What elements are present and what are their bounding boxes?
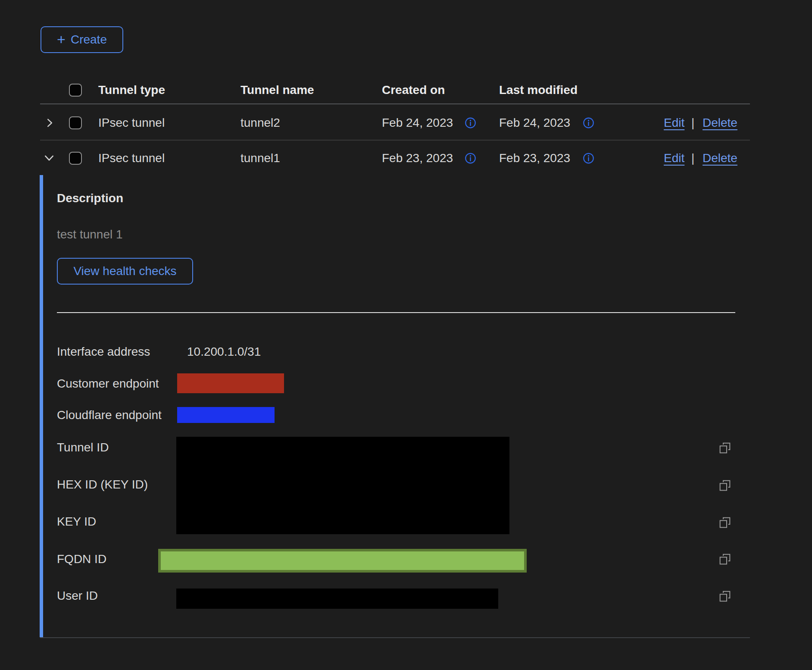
copy-icon[interactable]	[718, 516, 732, 529]
column-header-tunnel-type: Tunnel type	[98, 83, 165, 97]
row-checkbox-tunnel2[interactable]	[69, 116, 82, 129]
copy-icon[interactable]	[718, 479, 732, 492]
ipsec-tunnels-page: + Create Tunnel type Tunnel name Created…	[0, 0, 812, 670]
chevron-right-icon[interactable]	[44, 117, 56, 129]
create-button-label: Create	[71, 33, 107, 47]
view-health-checks-label: View health checks	[73, 264, 176, 278]
description-value: test tunnel 1	[57, 228, 123, 241]
customer-endpoint-label: Customer endpoint	[57, 377, 159, 391]
tunnel-name-cell: tunnel1	[240, 151, 280, 165]
column-header-created-on: Created on	[382, 83, 445, 97]
hex-id-label: HEX ID (KEY ID)	[57, 478, 148, 492]
copy-icon[interactable]	[718, 552, 732, 566]
info-icon[interactable]	[583, 153, 594, 164]
plus-icon: +	[57, 32, 66, 47]
tunnel-type-cell: IPsec tunnel	[98, 116, 165, 130]
cloudflare-endpoint-label: Cloudflare endpoint	[57, 408, 162, 422]
fqdn-id-label: FQDN ID	[57, 552, 106, 566]
created-on-cell: Feb 24, 2023	[382, 116, 453, 130]
action-separator: |	[691, 151, 694, 165]
view-health-checks-button[interactable]: View health checks	[57, 258, 193, 285]
column-header-tunnel-name: Tunnel name	[240, 83, 314, 97]
action-separator: |	[691, 116, 694, 130]
header-divider	[40, 103, 750, 104]
tunnel-id-label: Tunnel ID	[57, 441, 109, 454]
chevron-down-icon[interactable]	[43, 152, 55, 164]
delete-link[interactable]: Delete	[703, 151, 737, 165]
fqdn-id-redaction	[158, 549, 527, 573]
expanded-row-indicator-bar	[40, 175, 43, 637]
user-id-label: User ID	[57, 589, 98, 603]
column-header-last-modified: Last modified	[499, 83, 578, 97]
customer-endpoint-redaction	[177, 373, 284, 393]
row-divider	[40, 140, 750, 141]
create-button[interactable]: + Create	[41, 26, 123, 53]
table-bottom-divider	[40, 637, 750, 638]
cloudflare-endpoint-redaction	[177, 407, 275, 423]
section-divider	[57, 312, 735, 313]
tunnel-ids-redaction	[176, 437, 509, 534]
edit-link[interactable]: Edit	[664, 151, 684, 165]
row-checkbox-tunnel1[interactable]	[69, 152, 82, 165]
tunnel-type-cell: IPsec tunnel	[98, 151, 165, 165]
key-id-label: KEY ID	[57, 515, 96, 529]
created-on-cell: Feb 23, 2023	[382, 151, 453, 165]
info-icon[interactable]	[465, 117, 476, 129]
copy-icon[interactable]	[718, 589, 732, 603]
interface-address-value: 10.200.1.0/31	[187, 345, 261, 359]
user-id-redaction	[176, 589, 498, 609]
interface-address-label: Interface address	[57, 345, 150, 359]
info-icon[interactable]	[465, 153, 476, 164]
delete-link[interactable]: Delete	[703, 116, 737, 130]
tunnel-name-cell: tunnel2	[240, 116, 280, 130]
last-modified-cell: Feb 24, 2023	[499, 116, 570, 130]
copy-icon[interactable]	[718, 441, 732, 455]
edit-link[interactable]: Edit	[664, 116, 684, 130]
last-modified-cell: Feb 23, 2023	[499, 151, 570, 165]
description-label: Description	[57, 191, 123, 205]
info-icon[interactable]	[583, 117, 594, 129]
select-all-checkbox[interactable]	[69, 84, 82, 97]
